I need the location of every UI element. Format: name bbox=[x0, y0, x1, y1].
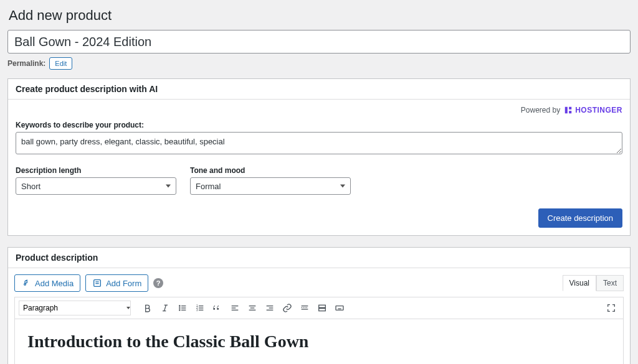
svg-rect-36 bbox=[319, 309, 326, 311]
svg-text:3: 3 bbox=[196, 309, 198, 312]
svg-point-11 bbox=[179, 306, 180, 306]
bullet-list-button[interactable] bbox=[174, 300, 191, 316]
powered-by-label: Powered by bbox=[521, 106, 560, 114]
media-icon bbox=[21, 278, 31, 288]
desc-panel-header: Product description bbox=[8, 248, 630, 268]
svg-rect-2 bbox=[569, 107, 571, 110]
link-button[interactable] bbox=[279, 300, 295, 316]
numbered-list-button[interactable]: 123 bbox=[192, 300, 208, 316]
hostinger-icon bbox=[564, 106, 573, 114]
ai-panel-title: Create product description with AI bbox=[16, 84, 158, 94]
permalink-row: Permalink: Edit bbox=[7, 57, 631, 70]
editor-toolbar: 123 bbox=[14, 297, 624, 319]
permalink-label: Permalink: bbox=[7, 59, 45, 68]
blockquote-button[interactable] bbox=[209, 300, 226, 316]
powered-by-row: Powered by HOSTINGER bbox=[16, 106, 622, 114]
align-center-button[interactable] bbox=[244, 300, 260, 316]
italic-button[interactable] bbox=[157, 300, 173, 316]
content-paragraph: A ball gown is the epitome of elegance a… bbox=[27, 360, 611, 364]
keywords-label: Keywords to describe your product: bbox=[16, 121, 622, 129]
product-title-input[interactable] bbox=[7, 30, 631, 54]
svg-rect-3 bbox=[569, 111, 571, 113]
length-select[interactable] bbox=[16, 177, 176, 195]
permalink-edit-button[interactable]: Edit bbox=[49, 57, 72, 70]
align-left-button[interactable] bbox=[227, 300, 243, 316]
keywords-textarea[interactable]: ball gown, party dress, elegant, classic… bbox=[16, 132, 622, 154]
svg-rect-35 bbox=[319, 305, 326, 307]
tone-select[interactable] bbox=[190, 177, 351, 195]
ai-panel-header: Create product description with AI bbox=[8, 79, 630, 100]
ai-description-panel: Create product description with AI Power… bbox=[7, 78, 631, 236]
bold-button[interactable] bbox=[140, 300, 156, 316]
insert-more-button[interactable] bbox=[297, 300, 313, 316]
svg-point-13 bbox=[179, 307, 180, 308]
toolbar-toggle-button[interactable] bbox=[314, 300, 330, 316]
help-icon[interactable]: ? bbox=[153, 278, 163, 288]
svg-point-15 bbox=[179, 310, 180, 310]
align-right-button[interactable] bbox=[262, 300, 278, 316]
create-description-button[interactable]: Create description bbox=[538, 208, 623, 228]
format-select[interactable] bbox=[19, 301, 131, 315]
fullscreen-button[interactable] bbox=[603, 300, 619, 316]
svg-rect-37 bbox=[336, 306, 343, 310]
page-heading: Add new product bbox=[7, 7, 631, 24]
desc-panel-title: Product description bbox=[16, 253, 98, 263]
product-description-panel: Product description Add Media Add Form ?… bbox=[7, 247, 631, 364]
editor-content[interactable]: Introduction to the Classic Ball Gown A … bbox=[14, 319, 624, 364]
tab-visual[interactable]: Visual bbox=[563, 275, 596, 291]
keyboard-button[interactable] bbox=[331, 300, 348, 316]
content-heading: Introduction to the Classic Ball Gown bbox=[27, 332, 611, 352]
svg-point-4 bbox=[24, 284, 26, 286]
form-icon bbox=[92, 278, 102, 288]
add-media-button[interactable]: Add Media bbox=[14, 274, 80, 292]
svg-rect-1 bbox=[565, 107, 568, 114]
add-form-button[interactable]: Add Form bbox=[85, 274, 148, 292]
hostinger-logo: HOSTINGER bbox=[564, 106, 622, 114]
length-label: Description length bbox=[16, 166, 176, 175]
svg-line-8 bbox=[164, 305, 166, 310]
tone-label: Tone and mood bbox=[190, 166, 351, 175]
tab-text[interactable]: Text bbox=[596, 275, 624, 291]
